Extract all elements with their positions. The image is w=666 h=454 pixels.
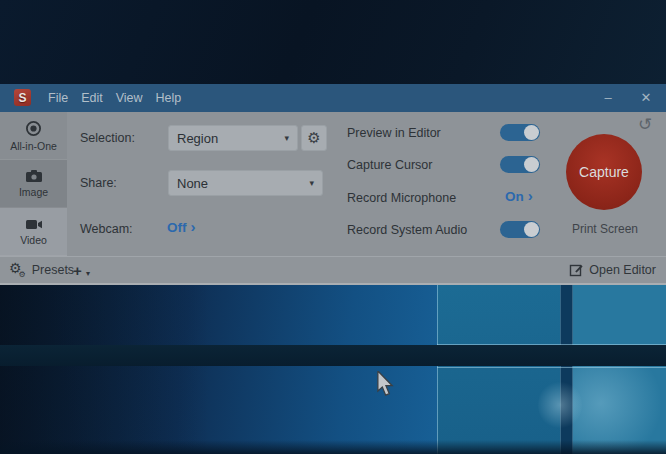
selection-value: Region	[177, 131, 218, 146]
record-microphone-link[interactable]: On ›	[505, 189, 533, 204]
reset-settings-icon[interactable]: ↺	[638, 114, 652, 135]
screen: S File Edit View Help – ✕	[0, 0, 666, 454]
share-dropdown[interactable]: None ▾	[168, 170, 323, 196]
presets-gear-icon: ⚙⚙	[9, 261, 26, 279]
wallpaper-edge-highlight	[437, 344, 666, 345]
camera-icon	[25, 169, 43, 183]
record-microphone-label: Record Microphone	[347, 191, 456, 205]
capture-type-sidebar: All-in-One Image	[0, 112, 67, 256]
toggle-knob	[524, 125, 539, 140]
chevron-down-icon: ▾	[309, 178, 314, 188]
video-camera-icon	[25, 218, 43, 231]
capture-cursor-toggle[interactable]	[500, 156, 540, 173]
close-button[interactable]: ✕	[638, 84, 654, 112]
window-body: All-in-One Image	[0, 112, 666, 256]
open-editor-icon	[569, 263, 583, 277]
toggle-knob	[524, 157, 539, 172]
wallpaper-glow	[538, 380, 582, 430]
mouse-cursor-icon	[376, 371, 394, 397]
record-system-audio-toggle[interactable]	[500, 221, 540, 238]
wallpaper-horizontal-mullion	[0, 345, 666, 366]
chevron-down-icon: ▾	[284, 133, 289, 143]
tab-label: Image	[19, 186, 48, 198]
wallpaper-bottom-fade	[0, 440, 666, 454]
toggle-knob	[524, 222, 539, 237]
wallpaper-window-pane	[573, 285, 666, 454]
menu-help[interactable]: Help	[156, 91, 182, 105]
footer-bar: ⚙⚙ Presets + ▾ Open Editor	[0, 256, 666, 283]
selection-dropdown[interactable]: Region ▾	[168, 125, 298, 151]
window-bottom-edge	[0, 283, 666, 285]
chevron-right-icon: ›	[191, 219, 196, 234]
webcam-value: Off	[167, 220, 187, 235]
tab-all-in-one[interactable]: All-in-One	[0, 112, 67, 160]
wallpaper-window-pane	[437, 285, 561, 454]
menu-file[interactable]: File	[48, 91, 68, 105]
share-value: None	[177, 176, 208, 191]
tab-label: All-in-One	[10, 140, 57, 152]
tab-label: Video	[20, 234, 47, 246]
menu-edit[interactable]: Edit	[81, 91, 103, 105]
add-preset-caret-icon[interactable]: ▾	[86, 257, 90, 286]
tab-video[interactable]: Video	[0, 208, 67, 256]
presets-label: Presets	[32, 263, 74, 277]
gear-icon: ⚙	[307, 129, 320, 147]
menu-bar: File Edit View Help	[48, 84, 181, 112]
capture-button-label: Capture	[579, 164, 629, 180]
all-in-one-icon	[25, 120, 42, 137]
selection-label: Selection:	[80, 131, 135, 145]
record-microphone-value: On	[505, 189, 524, 204]
menu-view[interactable]: View	[116, 91, 143, 105]
webcam-label: Webcam:	[80, 222, 133, 236]
snagit-logo-icon: S	[14, 89, 31, 106]
record-system-audio-label: Record System Audio	[347, 223, 467, 237]
webcam-toggle-link[interactable]: Off ›	[167, 220, 196, 235]
capture-hotkey-label: Print Screen	[560, 222, 650, 236]
title-bar: S File Edit View Help – ✕	[0, 84, 666, 112]
desktop-wallpaper	[0, 285, 666, 454]
selection-settings-button[interactable]: ⚙	[301, 125, 327, 151]
add-preset-button[interactable]: +	[73, 257, 82, 283]
capture-cursor-label: Capture Cursor	[347, 158, 432, 172]
desktop-wallpaper-top	[0, 0, 666, 84]
tab-image[interactable]: Image	[0, 160, 67, 208]
preview-in-editor-label: Preview in Editor	[347, 126, 441, 140]
chevron-right-icon: ›	[528, 188, 533, 203]
wallpaper-edge-highlight	[437, 367, 666, 368]
window-controls: – ✕	[600, 84, 654, 112]
snagit-capture-window: S File Edit View Help – ✕	[0, 84, 666, 285]
presets-button[interactable]: ⚙⚙ Presets	[9, 257, 74, 283]
minimize-button[interactable]: –	[600, 84, 616, 112]
capture-button[interactable]: Capture	[566, 134, 642, 210]
share-label: Share:	[80, 176, 117, 190]
wallpaper-shadow	[0, 285, 210, 454]
open-editor-button[interactable]: Open Editor	[569, 257, 656, 283]
preview-in-editor-toggle[interactable]	[500, 124, 540, 141]
open-editor-label: Open Editor	[589, 263, 656, 277]
